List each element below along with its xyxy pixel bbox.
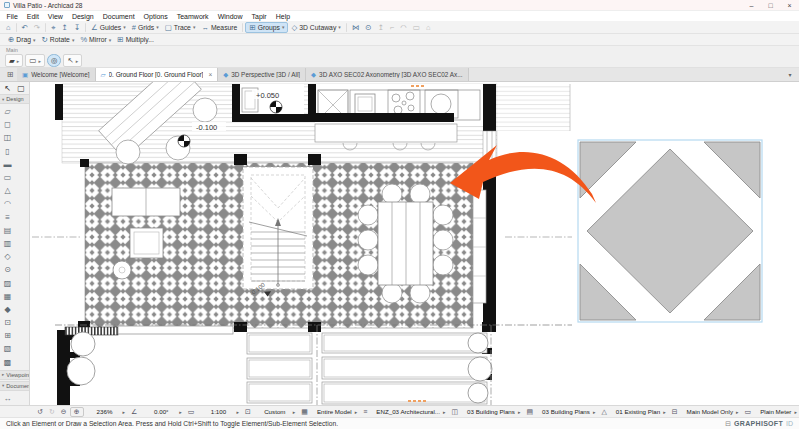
graphisoft-id[interactable]: ⊟ GRAPHISOFT ID <box>725 420 793 428</box>
quick-option-control[interactable]: ↻ <box>46 406 58 418</box>
design-tool[interactable]: ⊡ <box>0 316 15 329</box>
toolbar-button[interactable]: ⋈ <box>349 22 363 33</box>
edit-toolbar-button[interactable]: ⊕ Drag ▾ <box>5 34 39 45</box>
floor-plan-canvas[interactable]: +0.050 -0.100 -0.100 <box>30 82 799 405</box>
design-tool[interactable]: ▱ <box>0 105 15 118</box>
edit-toolbar-button[interactable]: ⊞ Multiply... <box>114 34 157 45</box>
toolbox-section-viewpoint[interactable]: ▸ Viewpoint <box>0 370 29 380</box>
quick-option-control[interactable]: ∠ <box>128 406 140 418</box>
toolbar-button[interactable]: ↶ <box>19 22 31 33</box>
window-control-button[interactable]: □ <box>761 0 780 11</box>
design-tool[interactable]: ▭ <box>0 171 15 184</box>
main-tool-button[interactable]: ▰ ▸ <box>5 54 23 67</box>
toolbar-button[interactable]: ⌂ <box>423 22 434 33</box>
toolbar-button[interactable]: ▭ <box>410 22 423 33</box>
main-tool-button[interactable]: ◎ <box>47 54 62 67</box>
window-control-button[interactable]: – <box>742 0 761 11</box>
view-tab[interactable]: ▣ Welcome [Welcome] <box>17 68 96 81</box>
design-tool[interactable]: ◆ <box>0 303 15 316</box>
design-tool[interactable]: ▦ <box>0 290 15 303</box>
toolbar-button[interactable]: ⌐ <box>387 22 397 33</box>
design-tool[interactable]: ◠ <box>0 197 15 210</box>
tab-overflow-button[interactable]: ▾ <box>781 68 799 81</box>
toolbar-button[interactable]: # Grids ▾ <box>129 22 162 33</box>
quick-option-control[interactable]: 03 Building Plans ▸ <box>536 406 598 418</box>
toolbox-section-document[interactable]: ▾ Document <box>0 381 29 391</box>
edit-toolbar-button[interactable]: % Mirror ▾ <box>77 34 114 45</box>
toolbox-tool[interactable]: ▢ <box>17 84 25 93</box>
menu-item[interactable]: Design <box>67 13 98 20</box>
toolbox-section-design[interactable]: ▾ Design <box>0 94 29 104</box>
menu-item[interactable]: Tapir <box>247 13 271 20</box>
toolbar-button[interactable]: ∠ Guides ▾ <box>88 22 129 33</box>
quick-option-control[interactable]: Entire Model ▸ <box>311 406 360 418</box>
quick-option-control[interactable]: 0.00° ▸ <box>140 406 185 418</box>
tab-overview-button[interactable]: ⊞ <box>3 68 17 81</box>
toolbar-button[interactable]: ↔ Measure <box>198 22 240 33</box>
toolbar-button[interactable]: ⌖ <box>48 22 58 33</box>
view-tab[interactable]: ◆ 3D Perspective [3D / All] <box>218 68 306 81</box>
toolbar-button[interactable]: ◠ <box>397 22 410 33</box>
toolbar-button[interactable] <box>346 23 347 32</box>
quick-option-control[interactable]: 01 Existing Plan ▸ <box>610 406 669 418</box>
design-tool[interactable]: ▥ <box>0 237 15 250</box>
bench[interactable] <box>473 190 486 303</box>
quick-option-control[interactable]: ▤ <box>523 406 536 418</box>
design-tool[interactable]: △ <box>0 184 15 197</box>
quick-option-control[interactable]: ENZ_03 Architectural... ▸ <box>370 406 448 418</box>
stair[interactable] <box>243 167 313 289</box>
quick-option-control[interactable]: 1:100 ▸ <box>197 406 242 418</box>
menu-item[interactable]: Help <box>271 13 294 20</box>
quick-option-control[interactable]: ⊕ <box>70 407 84 417</box>
quick-option-control[interactable]: Main Model Only ▸ <box>681 406 742 418</box>
quick-option-control[interactable]: ⊖ <box>58 406 70 418</box>
design-tool[interactable]: ◫ <box>0 131 15 144</box>
design-tool[interactable]: ▬ <box>0 158 15 171</box>
design-tool[interactable]: ▤ <box>0 224 15 237</box>
quick-option-control[interactable]: ◫ <box>448 406 461 418</box>
quick-option-control[interactable]: ⊟ <box>669 406 681 418</box>
design-tool[interactable]: ⊞ <box>0 329 15 342</box>
design-tool[interactable]: ≡ <box>0 211 15 224</box>
menu-item[interactable]: View <box>43 13 67 20</box>
menu-item[interactable]: Edit <box>22 13 43 20</box>
quick-option-control[interactable]: ≡ <box>360 406 370 418</box>
quick-option-control[interactable]: ⊡ <box>242 406 254 418</box>
window-control-button[interactable]: × <box>780 0 799 11</box>
menu-item[interactable]: Teamwork <box>172 13 213 20</box>
close-icon[interactable]: × <box>208 71 212 78</box>
toolbar-button[interactable]: ⊞ Groups ▾ <box>245 22 288 33</box>
main-tool-button[interactable]: ↖ ▸ <box>63 54 82 67</box>
design-tool[interactable]: ⊙ <box>0 263 15 276</box>
design-tool[interactable]: ▯ <box>0 145 15 158</box>
quick-option-control[interactable]: Plain Meter ▸ <box>754 406 799 418</box>
toolbar-button[interactable] <box>16 23 17 32</box>
tile-preview-panel[interactable] <box>578 140 762 322</box>
document-tool[interactable]: ↔ <box>0 392 15 405</box>
toolbar-button[interactable]: ⌂ <box>3 22 14 33</box>
quick-option-control[interactable]: 236% ▸ <box>84 406 129 418</box>
menu-item[interactable]: Window <box>213 13 247 20</box>
quick-option-control[interactable]: △ <box>598 406 609 418</box>
quick-option-control[interactable]: ↺ <box>34 406 46 418</box>
menu-item[interactable]: Document <box>98 13 139 20</box>
toolbar-button[interactable]: ↧ <box>71 22 83 33</box>
design-tool[interactable]: ▩ <box>0 356 15 369</box>
design-tool[interactable]: ◻ <box>0 118 15 131</box>
toolbar-button[interactable]: ↥ <box>58 22 70 33</box>
garden-band[interactable] <box>55 325 572 405</box>
toolbar-button[interactable]: ▢ Trace ▾ <box>162 22 199 33</box>
design-tool[interactable]: ▨ <box>0 276 15 289</box>
toolbar-button[interactable]: ◇ 3D Cutaway ▾ <box>288 22 343 33</box>
quick-option-control[interactable]: Custom ▸ <box>254 406 299 418</box>
view-tab[interactable]: ▱ 0. Ground Floor [0. Ground Floor] × <box>96 68 219 81</box>
toolbar-button[interactable]: ↷ <box>31 22 43 33</box>
design-tool[interactable]: ◇ <box>0 250 15 263</box>
toolbar-button[interactable] <box>242 23 243 32</box>
menu-item[interactable]: Options <box>139 13 172 20</box>
toolbox-tool[interactable]: ↖ <box>4 84 11 93</box>
toolbar-button[interactable] <box>85 23 86 32</box>
view-tab[interactable]: ◆ 3D AXO SEC02 Axonometry [3D AXO SEC02 … <box>306 68 469 81</box>
quick-option-control[interactable]: ▭ <box>185 406 198 418</box>
design-tool[interactable]: ▧ <box>0 342 15 355</box>
